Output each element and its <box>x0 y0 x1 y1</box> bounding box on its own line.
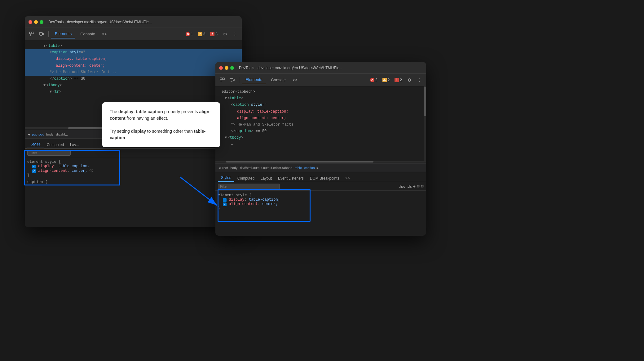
checkbox-align-2[interactable]: ✓ <box>223 203 227 206</box>
breadcrumb-2: ◄ root body div#html-output.output.edito… <box>215 163 426 172</box>
error-icon-2: ✕ <box>370 78 374 82</box>
tab-dom-2[interactable]: DOM Breakpoints <box>307 175 342 182</box>
copy-button[interactable]: ⊡ <box>421 184 424 188</box>
maximize-button-2[interactable] <box>230 66 234 70</box>
element-style-rule-2: element.style { ✓ display: table-caption… <box>218 193 424 211</box>
tab-console-2[interactable]: Console <box>267 76 289 84</box>
code-line-caption-close-2[interactable]: </caption> == $0 <box>215 128 426 135</box>
code-line-caption-close[interactable]: </caption> == $0 <box>25 76 242 82</box>
tab-computed-1[interactable]: Computed <box>44 141 67 148</box>
minimize-button-2[interactable] <box>225 66 228 70</box>
info-icon-align-1[interactable]: ⓘ <box>90 169 93 173</box>
callout-text: The display: table-caption property prev… <box>110 109 213 122</box>
code-line-display[interactable]: display: table-caption; <box>25 56 242 62</box>
tab-styles-1[interactable]: Styles <box>27 141 44 148</box>
cls-button[interactable]: .cls <box>407 185 412 188</box>
code-line-display-2[interactable]: display: table-caption; <box>215 109 426 115</box>
tab-console-1[interactable]: Console <box>77 30 99 38</box>
responsive-icon-2[interactable] <box>228 76 236 84</box>
responsive-icon[interactable] <box>37 30 46 38</box>
checkbox-display-1[interactable]: ✓ <box>32 165 36 168</box>
breadcrumb-div-1[interactable]: div#ht... <box>56 132 68 136</box>
vertical-scrollbar-thumb-2[interactable] <box>424 87 426 116</box>
settings-icon-2[interactable]: ⚙ <box>405 76 414 84</box>
code-line-editor-tabbed[interactable]: editor-tabbed"> <box>215 89 426 95</box>
tab-layout-1[interactable]: Lay... <box>67 141 82 148</box>
code-line-align-2[interactable]: align-content: center; <box>215 115 426 122</box>
code-line-caption-content[interactable]: "> He-Man and Skeletor fact... <box>25 69 242 76</box>
tab-events-2[interactable]: Event Listeners <box>275 175 307 182</box>
settings-icon-1[interactable]: ⚙ <box>221 30 229 38</box>
checkbox-display-2[interactable]: ✓ <box>223 198 227 202</box>
breadcrumb-caption-2[interactable]: caption <box>304 166 315 170</box>
close-button-2[interactable] <box>219 66 223 70</box>
callout-suggestion: Try setting display to something other t… <box>110 128 213 141</box>
breadcrumb-table-2[interactable]: table <box>295 166 302 170</box>
breadcrumb-root-2[interactable]: root <box>222 166 228 170</box>
tab-computed-2[interactable]: Computed <box>234 175 258 182</box>
breadcrumb-back-1[interactable]: ◄ <box>27 132 31 136</box>
scrollbar-2[interactable] <box>215 161 426 163</box>
devtools-window-2: DevTools - developer.mozilla.org/en-US/d… <box>215 62 426 236</box>
callout-box: The display: table-caption property prev… <box>102 102 220 147</box>
window2-titlebar: DevTools - developer.mozilla.org/en-US/d… <box>215 62 426 74</box>
hov-button[interactable]: :hov <box>399 185 406 188</box>
warn-badge-1: ⚠ 3 <box>196 31 207 37</box>
tab-more-2[interactable]: >> <box>342 175 353 182</box>
code-line-tbody-2[interactable]: ▼<tbody> <box>215 135 426 141</box>
error-badge-1: ✕ 1 <box>184 31 195 37</box>
svg-rect-8 <box>223 78 224 80</box>
breadcrumb-forward-2[interactable]: ► <box>316 166 319 170</box>
elements-panel-2: editor-tabbed"> ▼<table> <caption style=… <box>215 86 426 161</box>
breadcrumb-put-root[interactable]: put-root <box>32 132 44 136</box>
style-prop-align-2: ✓ align-content: center; <box>218 202 424 206</box>
scrollbar-thumb-2[interactable] <box>226 161 373 163</box>
svg-rect-0 <box>29 32 31 34</box>
tab-elements-1[interactable]: Elements <box>51 30 75 38</box>
info-icon-1: ! <box>210 32 214 36</box>
add-rule-button[interactable]: + <box>413 184 416 189</box>
more-tabs-icon-1[interactable]: >> <box>100 30 109 38</box>
traffic-lights-1 <box>29 20 43 24</box>
element-style-rule-1: element.style { ✓ display: table-caption… <box>27 160 239 177</box>
tab-styles-2[interactable]: Styles <box>218 174 234 182</box>
vertical-scrollbar-2[interactable] <box>424 86 426 161</box>
warn-badge-2: ⚠ 2 <box>381 77 392 83</box>
code-line-tbody[interactable]: ▼<tbody> <box>25 82 242 89</box>
style-prop-align-1: ✓ align-content: center; ⓘ <box>27 168 239 173</box>
code-line-tr[interactable]: ▼<tr> <box>25 89 242 95</box>
code-line-table-2[interactable]: ▼<table> <box>215 95 426 102</box>
code-line-align[interactable]: align-content: center; <box>25 63 242 69</box>
breadcrumb-back-2[interactable]: ◄ <box>218 166 221 170</box>
add-element-button[interactable]: ⊞ <box>417 184 420 188</box>
more-menu-icon-2[interactable]: ⋮ <box>415 76 424 84</box>
code-line-caption-open-2[interactable]: <caption style=" <box>215 102 426 108</box>
code-line-dash[interactable]: — <box>215 141 426 148</box>
code-line-table[interactable]: ▼<table> <box>25 43 242 49</box>
minimize-button-1[interactable] <box>34 20 38 24</box>
tab-layout-2[interactable]: Layout <box>258 175 275 182</box>
filter-input-1[interactable] <box>27 150 71 156</box>
code-line-caption-content-2[interactable]: "> He-Man and Skeletor facts <box>215 122 426 128</box>
inspector-icon-2[interactable] <box>218 76 227 84</box>
more-menu-icon-1[interactable]: ⋮ <box>231 30 239 38</box>
maximize-button-1[interactable] <box>40 20 43 24</box>
filter-bar-1 <box>25 149 242 157</box>
breadcrumb-body-2[interactable]: body <box>231 166 238 170</box>
styles-panel-2: element.style { ✓ display: table-caption… <box>215 191 426 216</box>
more-tabs-icon-2[interactable]: >> <box>291 76 299 84</box>
filter-input-2[interactable] <box>218 184 280 189</box>
checkbox-align-1[interactable]: ✓ <box>32 169 36 173</box>
svg-rect-12 <box>233 79 234 81</box>
breadcrumb-div-2[interactable]: div#html-output.output.editor-tabbed <box>240 166 292 170</box>
breadcrumb-body-1[interactable]: body <box>46 132 54 136</box>
code-line-caption-open[interactable]: <caption style=" <box>25 49 242 56</box>
tab-elements-2[interactable]: Elements <box>242 76 266 84</box>
window2-title: DevTools - developer.mozilla.org/en-US/d… <box>239 66 342 70</box>
style-prop-display-2: ✓ display: table-caption; <box>218 198 424 202</box>
close-button-1[interactable] <box>29 20 32 24</box>
info-icon-2: ! <box>395 78 399 82</box>
inspector-icon[interactable] <box>27 30 36 38</box>
panel-tabs-2: Styles Computed Layout Event Listeners D… <box>215 172 426 182</box>
error-icon-1: ✕ <box>186 32 190 36</box>
